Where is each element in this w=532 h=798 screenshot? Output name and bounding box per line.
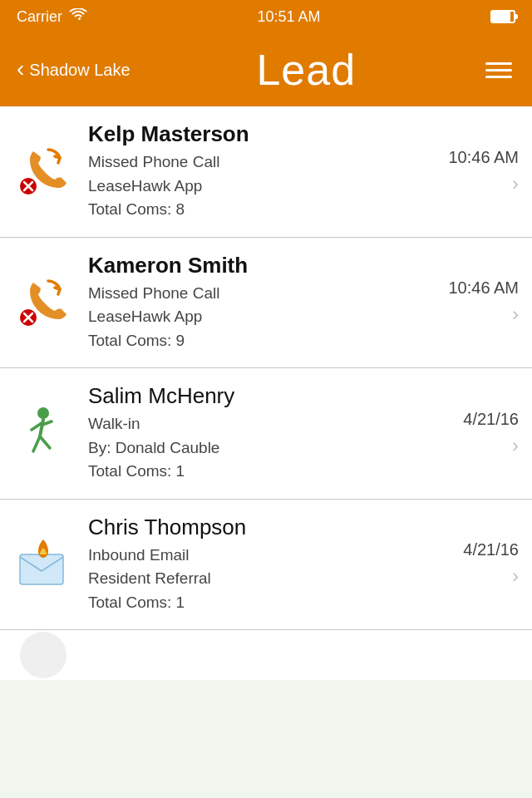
item-time: 10:46 AM	[448, 148, 519, 167]
walkin-icon	[13, 403, 73, 463]
item-right: 4/21/16 ›	[463, 540, 519, 588]
list-item[interactable]: Salim McHenry Walk-inBy: Donald CaubleTo…	[0, 368, 532, 500]
missed-call-icon	[13, 141, 73, 201]
menu-button[interactable]	[482, 59, 515, 81]
leads-list: Kelp Masterson Missed Phone CallLeaseHaw…	[0, 106, 532, 680]
status-time: 10:51 AM	[257, 8, 320, 26]
item-right: 10:46 AM ›	[448, 278, 519, 326]
item-time: 4/21/16	[463, 540, 519, 559]
menu-line-1	[485, 62, 512, 65]
email-icon	[13, 534, 73, 594]
chevron-right-icon: ›	[512, 434, 519, 457]
chevron-right-icon: ›	[512, 172, 519, 195]
battery-icon	[490, 10, 515, 23]
menu-line-2	[485, 69, 512, 71]
menu-line-3	[485, 76, 512, 78]
carrier-label: Carrier	[17, 8, 62, 26]
list-item[interactable]: Kameron Smith Missed Phone CallLeaseHawk…	[0, 238, 532, 369]
item-content: Kelp Masterson Missed Phone CallLeaseHaw…	[88, 121, 438, 222]
status-bar: Carrier 10:51 AM	[0, 0, 532, 33]
item-content: Kameron Smith Missed Phone CallLeaseHawk…	[88, 253, 438, 353]
back-label: Shadow Lake	[29, 61, 130, 80]
svg-point-6	[37, 407, 49, 419]
back-chevron-icon: ‹	[17, 57, 24, 81]
lead-detail: Missed Phone CallLeaseHawk AppTotal Coms…	[88, 150, 438, 222]
item-content	[88, 641, 519, 670]
status-bar-left: Carrier	[17, 8, 87, 26]
placeholder-icon	[13, 630, 73, 680]
svg-rect-7	[20, 554, 63, 584]
chevron-right-icon: ›	[512, 303, 519, 326]
svg-point-8	[20, 632, 66, 678]
page-title: Lead	[256, 45, 356, 95]
item-right: 4/21/16 ›	[463, 410, 519, 457]
lead-name: Kelp Masterson	[88, 121, 438, 147]
list-item[interactable]	[0, 630, 532, 680]
lead-name: Chris Thompson	[88, 515, 453, 540]
list-item[interactable]: Kelp Masterson Missed Phone CallLeaseHaw…	[0, 106, 532, 238]
chevron-right-icon: ›	[512, 564, 519, 588]
item-content: Salim McHenry Walk-inBy: Donald CaubleTo…	[88, 383, 453, 484]
nav-header: ‹ Shadow Lake Lead	[0, 33, 532, 106]
lead-detail: Inbound EmailResident ReferralTotal Coms…	[88, 544, 453, 615]
list-item[interactable]: Chris Thompson Inbound EmailResident Ref…	[0, 500, 532, 631]
item-time: 4/21/16	[463, 410, 519, 429]
back-button[interactable]: ‹ Shadow Lake	[17, 59, 131, 81]
lead-name: Salim McHenry	[88, 383, 453, 409]
item-content: Chris Thompson Inbound EmailResident Ref…	[88, 515, 453, 615]
lead-detail: Missed Phone CallLeaseHawk AppTotal Coms…	[88, 282, 438, 353]
status-bar-right	[490, 10, 515, 23]
wifi-icon	[69, 8, 87, 26]
lead-detail: Walk-inBy: Donald CaubleTotal Coms: 1	[88, 412, 453, 484]
item-time: 10:46 AM	[448, 278, 519, 298]
lead-name	[88, 641, 519, 667]
lead-name: Kameron Smith	[88, 253, 438, 278]
missed-call-icon	[13, 273, 73, 332]
item-right: 10:46 AM ›	[448, 148, 519, 195]
